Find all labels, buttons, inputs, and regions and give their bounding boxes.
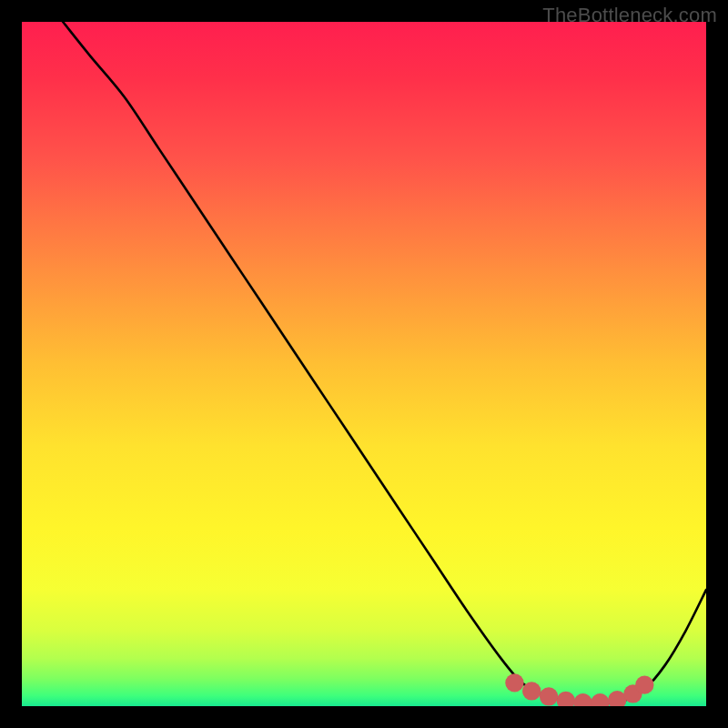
gradient-plot-area — [22, 22, 706, 706]
optimal-dot — [522, 682, 541, 700]
watermark-label: TheBottleneck.com — [542, 4, 717, 27]
optimal-dot — [635, 676, 653, 694]
optimal-dot — [505, 673, 523, 692]
optimal-dot — [540, 687, 558, 705]
chart-stage: TheBottleneck.com — [0, 0, 728, 728]
bottleneck-chart — [22, 22, 706, 706]
